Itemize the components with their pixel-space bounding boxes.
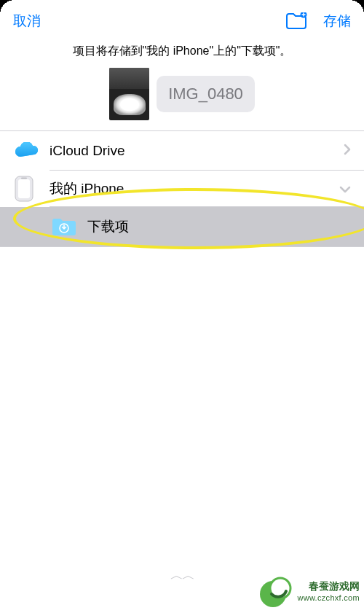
new-folder-icon[interactable] bbox=[285, 12, 307, 30]
header-bar: 取消 存储 bbox=[0, 0, 364, 41]
save-button[interactable]: 存储 bbox=[323, 12, 351, 31]
watermark-url: www.czchxf.com bbox=[298, 593, 360, 602]
downloads-label: 下载项 bbox=[87, 217, 129, 236]
cancel-button[interactable]: 取消 bbox=[13, 12, 41, 31]
location-row-icloud[interactable]: iCloud Drive bbox=[0, 131, 364, 171]
file-name-field[interactable]: IMG_0480 bbox=[157, 76, 255, 112]
location-list: iCloud Drive 我的 iPhone bbox=[0, 130, 364, 247]
chevron-right-icon bbox=[344, 143, 351, 159]
svg-rect-2 bbox=[18, 179, 30, 198]
destination-subtitle: 项目将存储到"我的 iPhone"上的"下载项"。 bbox=[0, 41, 364, 68]
file-thumbnail bbox=[109, 68, 149, 120]
icloud-label: iCloud Drive bbox=[50, 143, 344, 159]
svg-rect-3 bbox=[21, 178, 27, 179]
downloads-folder-icon bbox=[51, 216, 77, 238]
chevron-down-icon bbox=[339, 181, 351, 197]
file-preview-card: IMG_0480 bbox=[0, 68, 364, 120]
watermark-name: 春蚕游戏网 bbox=[298, 580, 360, 593]
collapse-indicator-icon: ︿︿ bbox=[170, 566, 194, 584]
icloud-icon bbox=[15, 142, 50, 160]
location-row-downloads[interactable]: 下载项 bbox=[0, 207, 364, 246]
iphone-icon bbox=[15, 176, 50, 202]
watermark-logo-icon bbox=[258, 574, 293, 609]
watermark: 春蚕游戏网 www.czchxf.com bbox=[258, 574, 360, 609]
iphone-label: 我的 iPhone bbox=[50, 179, 339, 198]
location-row-iphone[interactable]: 我的 iPhone bbox=[0, 171, 364, 207]
